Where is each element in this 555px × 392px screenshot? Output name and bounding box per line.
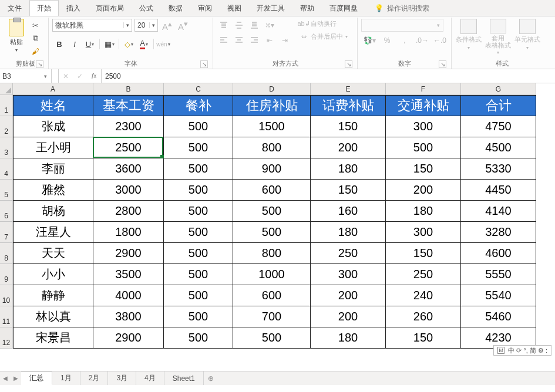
- chevron-down-icon[interactable]: ▾: [41, 73, 49, 79]
- header-cell[interactable]: 交通补贴: [386, 95, 461, 116]
- dialog-launcher-icon[interactable]: ↘: [345, 60, 352, 68]
- copy-button[interactable]: ⧉: [29, 33, 41, 43]
- data-cell[interactable]: 3280: [461, 222, 536, 243]
- menu-tab-4[interactable]: 公式: [132, 0, 161, 16]
- header-cell[interactable]: 住房补贴: [233, 95, 311, 116]
- cell-styles-button[interactable]: 单元格式 ▾: [514, 19, 541, 55]
- increase-decimal-button[interactable]: .0→: [414, 34, 430, 47]
- data-cell[interactable]: 300: [386, 222, 461, 243]
- data-cell[interactable]: 李丽: [13, 158, 93, 180]
- wrap-text-button[interactable]: ab↲ 自动换行: [299, 19, 348, 28]
- data-cell[interactable]: 林以真: [13, 306, 93, 327]
- data-cell[interactable]: 4450: [461, 180, 536, 201]
- data-cell[interactable]: 4600: [461, 243, 536, 264]
- cell-area[interactable]: 姓名基本工资餐补住房补贴话费补贴交通补贴合计张成2300500150015030…: [13, 95, 555, 349]
- data-cell[interactable]: 1000: [233, 264, 311, 285]
- name-box-input[interactable]: [0, 72, 41, 80]
- data-cell[interactable]: 200: [386, 180, 461, 201]
- data-cell[interactable]: 500: [164, 306, 233, 327]
- align-right-button[interactable]: [247, 34, 261, 47]
- confirm-formula-button[interactable]: ✓: [73, 69, 87, 83]
- row-header[interactable]: 7: [0, 222, 13, 243]
- cancel-formula-button[interactable]: ✕: [59, 69, 73, 83]
- data-cell[interactable]: 静静: [13, 285, 93, 306]
- insert-function-button[interactable]: fx: [87, 69, 101, 83]
- comma-button[interactable]: ,: [396, 34, 413, 47]
- sheet-tab[interactable]: 汇总: [21, 371, 52, 385]
- font-name-combo[interactable]: 微软雅黑 ▾: [52, 19, 132, 32]
- data-cell[interactable]: 2800: [93, 201, 164, 222]
- number-format-combo[interactable]: ▾: [361, 19, 443, 32]
- menu-tab-3[interactable]: 页面布局: [88, 0, 132, 16]
- data-cell[interactable]: 3600: [93, 158, 164, 180]
- select-all-corner[interactable]: [0, 83, 13, 95]
- row-header[interactable]: 12: [0, 327, 13, 349]
- data-cell[interactable]: 900: [233, 158, 311, 180]
- data-cell[interactable]: 2900: [93, 243, 164, 264]
- font-color-button[interactable]: A: [137, 38, 151, 50]
- column-header[interactable]: G: [461, 83, 536, 95]
- data-cell[interactable]: 200: [311, 137, 386, 158]
- data-cell[interactable]: 2500: [93, 137, 164, 158]
- data-cell[interactable]: 200: [311, 285, 386, 306]
- sheet-nav-next[interactable]: ▶: [11, 371, 21, 385]
- data-cell[interactable]: 500: [164, 327, 233, 349]
- menu-tab-8[interactable]: 开发工具: [249, 0, 292, 16]
- data-cell[interactable]: 王小明: [13, 137, 93, 158]
- data-cell[interactable]: 4500: [461, 137, 536, 158]
- header-cell[interactable]: 合计: [461, 95, 536, 116]
- dialog-launcher-icon[interactable]: ↘: [439, 60, 446, 68]
- decrease-indent-button[interactable]: ⇤: [263, 34, 277, 47]
- name-box[interactable]: ▾: [0, 69, 52, 83]
- data-cell[interactable]: 300: [386, 116, 461, 137]
- increase-font-button[interactable]: A▴: [160, 19, 174, 32]
- column-header[interactable]: E: [311, 83, 386, 95]
- row-header[interactable]: 6: [0, 201, 13, 222]
- italic-button[interactable]: I: [68, 38, 82, 50]
- dialog-launcher-icon[interactable]: ↘: [36, 60, 43, 68]
- format-as-table-button[interactable]: 套用 表格格式 ▾: [485, 19, 512, 55]
- increase-indent-button[interactable]: ⇥: [278, 34, 292, 47]
- data-cell[interactable]: 500: [164, 201, 233, 222]
- data-cell[interactable]: 汪星人: [13, 222, 93, 243]
- data-cell[interactable]: 180: [311, 327, 386, 349]
- data-cell[interactable]: 180: [311, 222, 386, 243]
- data-cell[interactable]: 500: [233, 222, 311, 243]
- border-button[interactable]: ▦: [102, 38, 116, 50]
- align-center-button[interactable]: [232, 34, 246, 47]
- data-cell[interactable]: 250: [386, 264, 461, 285]
- data-cell[interactable]: 500: [164, 158, 233, 180]
- data-cell[interactable]: 500: [233, 201, 311, 222]
- data-cell[interactable]: 5330: [461, 158, 536, 180]
- data-cell[interactable]: 500: [164, 222, 233, 243]
- row-header[interactable]: 2: [0, 116, 13, 137]
- phonetic-button[interactable]: wén: [156, 38, 170, 50]
- header-cell[interactable]: 基本工资: [93, 95, 164, 116]
- font-size-combo[interactable]: 20 ▾: [134, 19, 158, 32]
- column-header[interactable]: F: [386, 83, 461, 95]
- align-middle-button[interactable]: [232, 19, 246, 32]
- menu-tab-7[interactable]: 视图: [220, 0, 249, 16]
- data-cell[interactable]: 3500: [93, 264, 164, 285]
- data-cell[interactable]: 500: [386, 137, 461, 158]
- data-cell[interactable]: 4000: [93, 285, 164, 306]
- data-cell[interactable]: 150: [311, 180, 386, 201]
- row-header[interactable]: 10: [0, 285, 13, 306]
- data-cell[interactable]: 3000: [93, 180, 164, 201]
- data-cell[interactable]: 500: [164, 137, 233, 158]
- align-top-button[interactable]: [217, 19, 231, 32]
- align-left-button[interactable]: [217, 34, 231, 47]
- column-header[interactable]: B: [93, 83, 164, 95]
- menu-tab-1[interactable]: 开始: [29, 0, 59, 16]
- data-cell[interactable]: 800: [233, 137, 311, 158]
- data-cell[interactable]: 小小: [13, 264, 93, 285]
- sheet-tab[interactable]: 4月: [136, 371, 164, 385]
- data-cell[interactable]: 1800: [93, 222, 164, 243]
- menu-tab-0[interactable]: 文件: [0, 0, 29, 16]
- column-header[interactable]: C: [164, 83, 233, 95]
- menu-tab-2[interactable]: 插入: [59, 0, 88, 16]
- data-cell[interactable]: 宋景昌: [13, 327, 93, 349]
- data-cell[interactable]: 700: [233, 306, 311, 327]
- dialog-launcher-icon[interactable]: ↘: [200, 60, 208, 68]
- data-cell[interactable]: 500: [233, 327, 311, 349]
